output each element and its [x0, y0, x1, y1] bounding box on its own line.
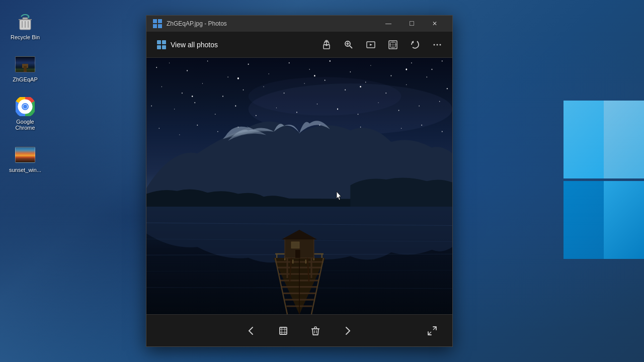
svg-point-32 [156, 67, 157, 68]
minimize-button[interactable]: — [377, 16, 400, 32]
svg-rect-1 [23, 18, 28, 20]
svg-point-46 [431, 69, 432, 70]
svg-point-59 [385, 93, 386, 94]
svg-rect-123 [295, 250, 300, 258]
svg-rect-7 [153, 19, 157, 23]
pier-layer [229, 153, 370, 314]
share-button[interactable] [317, 36, 336, 54]
svg-point-97 [314, 75, 315, 76]
more-icon [432, 40, 442, 50]
svg-point-50 [202, 83, 203, 84]
forward-button[interactable] [338, 321, 358, 341]
svg-point-93 [237, 77, 239, 79]
svg-point-58 [365, 82, 366, 83]
back-button[interactable] [241, 321, 261, 341]
desktop-icon-recycle-bin[interactable]: Recycle Bin [5, 10, 45, 42]
svg-point-27 [434, 44, 435, 45]
enhance-button[interactable] [384, 36, 402, 54]
svg-point-57 [345, 89, 346, 90]
svg-point-34 [187, 70, 188, 71]
svg-rect-128 [280, 327, 287, 334]
svg-rect-14 [162, 45, 166, 49]
svg-point-5 [23, 105, 27, 109]
window-controls: — ☐ ✕ [377, 16, 446, 32]
svg-point-36 [227, 76, 228, 77]
recycle-bin-label: Recycle Bin [11, 34, 40, 40]
svg-point-45 [411, 62, 412, 63]
svg-point-47 [442, 60, 443, 61]
window-title: ZhGEqAP.jpg - Photos [167, 20, 377, 27]
delete-button[interactable] [305, 321, 326, 341]
slideshow-icon [366, 40, 376, 50]
view-all-photos-label: View all photos [171, 41, 218, 49]
svg-point-51 [222, 96, 223, 97]
svg-rect-8 [158, 19, 162, 23]
svg-point-44 [390, 75, 391, 76]
forward-icon [342, 325, 353, 336]
svg-point-54 [284, 93, 285, 94]
crop-icon [278, 325, 289, 336]
svg-marker-21 [370, 44, 372, 46]
svg-point-39 [289, 62, 290, 63]
svg-rect-122 [291, 242, 299, 248]
recycle-bin-icon [15, 12, 35, 32]
photos-icon [156, 40, 167, 50]
desktop: Recycle Bin ZhGEqAP [0, 0, 644, 362]
more-button[interactable] [428, 36, 446, 54]
slideshow-button[interactable] [362, 36, 380, 54]
close-button[interactable]: ✕ [423, 16, 446, 32]
svg-point-62 [447, 88, 448, 89]
svg-rect-12 [162, 40, 166, 44]
svg-point-52 [243, 89, 244, 90]
chrome-label: Google Chrome [7, 119, 43, 131]
svg-point-96 [192, 96, 193, 97]
fullscreen-icon [427, 325, 438, 336]
svg-point-48 [162, 86, 162, 87]
svg-point-95 [406, 68, 407, 70]
sunset-icon [15, 145, 35, 165]
svg-point-38 [269, 73, 269, 74]
zoom-icon [344, 40, 354, 50]
desktop-icon-sunset[interactable]: sunset_win... [5, 143, 45, 175]
maximize-button[interactable]: ☐ [400, 16, 423, 32]
toolbar: View all photos [146, 32, 452, 58]
desktop-icons: Recycle Bin ZhGEqAP [5, 10, 45, 175]
svg-point-37 [248, 63, 249, 65]
rotate-button[interactable] [406, 36, 424, 54]
windows-logo [564, 101, 644, 261]
svg-point-40 [309, 69, 310, 70]
svg-point-94 [360, 86, 361, 87]
title-bar: ZhGEqAP.jpg - Photos — ☐ ✕ [146, 16, 452, 32]
svg-point-53 [263, 86, 264, 87]
image-area [146, 58, 452, 314]
desktop-icon-zhgeqap[interactable]: ZhGEqAP [5, 52, 45, 84]
svg-point-42 [350, 71, 351, 72]
svg-point-55 [304, 83, 305, 84]
photo-display [146, 58, 452, 314]
svg-point-28 [437, 44, 438, 45]
back-icon [246, 325, 257, 336]
svg-point-33 [169, 62, 170, 63]
rotate-icon [410, 40, 420, 50]
photos-app-icon [152, 19, 163, 29]
fullscreen-button[interactable] [422, 321, 442, 341]
svg-rect-9 [153, 24, 157, 28]
share-icon [321, 40, 332, 50]
view-all-photos-button[interactable]: View all photos [152, 38, 222, 52]
svg-point-60 [406, 84, 407, 85]
svg-point-41 [330, 60, 331, 62]
desktop-icon-chrome[interactable]: Google Chrome [5, 95, 45, 133]
zoom-button[interactable] [340, 36, 358, 54]
svg-line-17 [350, 46, 352, 48]
delete-icon [310, 325, 321, 336]
svg-point-49 [182, 93, 183, 94]
svg-rect-11 [157, 40, 161, 44]
zhgeqap-icon [15, 54, 35, 74]
svg-rect-10 [158, 24, 162, 28]
svg-point-43 [370, 65, 371, 66]
enhance-icon [388, 40, 398, 50]
bottom-bar [146, 314, 452, 346]
zhgeqap-label: ZhGEqAP [13, 76, 38, 82]
crop-button[interactable] [273, 321, 293, 341]
svg-rect-13 [157, 45, 161, 49]
